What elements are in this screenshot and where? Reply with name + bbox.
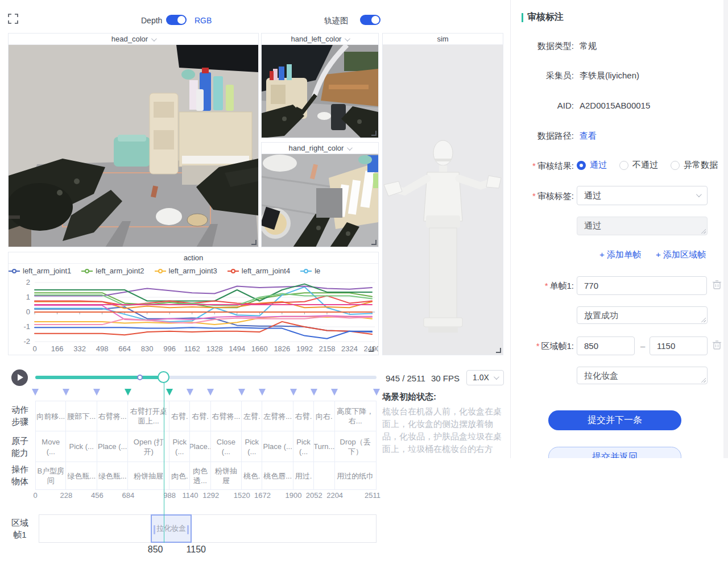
sim-header: sim bbox=[383, 34, 503, 45]
region-right-handle[interactable] bbox=[187, 525, 189, 534]
table-cell: 桃色唇... bbox=[262, 462, 293, 489]
delete-region-frame-icon[interactable] bbox=[712, 340, 722, 350]
depth-rgb-toggle[interactable] bbox=[166, 15, 187, 25]
segment-boundary-marker[interactable] bbox=[331, 389, 338, 396]
svg-text:1826: 1826 bbox=[274, 344, 290, 353]
review-tag-note-textarea[interactable]: 通过 bbox=[577, 217, 708, 235]
required-star: * bbox=[536, 341, 540, 351]
resize-grip-icon[interactable] bbox=[701, 317, 706, 322]
radio-option-abnormal[interactable]: 异常数据 bbox=[671, 160, 718, 171]
segment-boundary-marker[interactable] bbox=[207, 389, 214, 396]
chevron-down-icon bbox=[696, 192, 702, 197]
region-frame-desc-text: 拉化妆盒 bbox=[584, 371, 618, 380]
axis-tick-label: 1292 bbox=[202, 491, 219, 500]
resize-handle-icon[interactable] bbox=[369, 347, 374, 352]
axis-tick-label: 1672 bbox=[254, 491, 271, 500]
resize-handle-icon[interactable] bbox=[371, 240, 377, 245]
radio-label-fail: 不通过 bbox=[632, 160, 658, 171]
chevron-down-icon bbox=[345, 36, 350, 41]
hand-left-camera-panel: hand_left_color bbox=[261, 33, 379, 138]
region-start-frame: 850 bbox=[148, 545, 163, 555]
legend-item[interactable]: left_arm_joint1 bbox=[9, 267, 71, 275]
action-chart-header: action bbox=[9, 252, 378, 264]
table-cell: Pick (... bbox=[169, 431, 190, 462]
legend-item[interactable]: le bbox=[300, 267, 320, 275]
svg-text:2324: 2324 bbox=[341, 344, 358, 353]
svg-text:166: 166 bbox=[51, 344, 64, 353]
segment-boundary-marker[interactable] bbox=[259, 389, 266, 396]
resize-handle-icon[interactable] bbox=[251, 240, 257, 245]
row-label-objects: 操作物体 bbox=[8, 463, 32, 487]
axis-tick-label: 1900 bbox=[286, 491, 302, 500]
frame-counter: 945 / 2511 bbox=[386, 373, 425, 383]
required-star: * bbox=[545, 281, 548, 290]
segment-boundary-marker[interactable] bbox=[373, 389, 380, 396]
radio-option-pass[interactable]: 通过 bbox=[577, 160, 607, 171]
segment-boundary-marker[interactable] bbox=[311, 389, 317, 396]
svg-text:664: 664 bbox=[118, 344, 131, 353]
submit-return-button[interactable]: 提交并返回 bbox=[548, 447, 681, 458]
table-cell: 用过. bbox=[293, 462, 314, 489]
review-annotation-panel: 审核标注 数据类型: 常规 采集员: 李轶晨(liyichen) AID: A2… bbox=[510, 0, 728, 458]
timeline-slider-handle[interactable] bbox=[158, 371, 169, 383]
play-button[interactable] bbox=[11, 369, 28, 386]
playback-speed-select[interactable]: 1.0X bbox=[466, 370, 504, 385]
sim-title: sim bbox=[437, 35, 448, 43]
segment-boundary-marker[interactable] bbox=[32, 389, 39, 396]
table-cell: 右臂. bbox=[190, 401, 210, 431]
hand-right-camera-scene bbox=[262, 154, 378, 247]
segment-boundary-marker[interactable] bbox=[93, 389, 100, 396]
radio-unselected-icon bbox=[619, 161, 628, 170]
segment-boundary-marker[interactable] bbox=[238, 389, 245, 396]
resize-handle-icon[interactable] bbox=[371, 131, 377, 136]
segment-boundary-marker[interactable] bbox=[125, 389, 131, 396]
radio-option-fail[interactable]: 不通过 bbox=[619, 160, 658, 171]
resize-handle-icon[interactable] bbox=[496, 348, 501, 353]
head-camera-title: head_color bbox=[111, 35, 148, 43]
resize-grip-icon[interactable] bbox=[701, 228, 706, 234]
region-left-handle[interactable] bbox=[154, 525, 155, 534]
review-tag-select[interactable]: 通过 bbox=[577, 186, 708, 205]
region-frame-track[interactable] bbox=[39, 514, 377, 543]
legend-item[interactable]: left_arm_joint4 bbox=[228, 267, 290, 275]
aid-label: AID: bbox=[511, 101, 574, 110]
single-frame-desc-textarea[interactable]: 放置成功 bbox=[577, 306, 708, 324]
legend-item[interactable]: left_arm_joint2 bbox=[81, 267, 144, 275]
fullscreen-icon[interactable] bbox=[8, 14, 18, 24]
delete-single-frame-icon[interactable] bbox=[712, 280, 722, 290]
segment-boundary-marker[interactable] bbox=[166, 389, 173, 396]
segment-boundary-marker[interactable] bbox=[290, 389, 297, 396]
region-frame-desc-textarea[interactable]: 拉化妆盒 bbox=[577, 367, 708, 384]
single-frame-input[interactable]: 770 bbox=[577, 276, 707, 295]
submit-next-button[interactable]: 提交并下一条 bbox=[548, 410, 681, 430]
hand-right-camera-header[interactable]: hand_right_color bbox=[262, 143, 378, 154]
review-result-label: *审核结果: bbox=[511, 161, 574, 172]
segment-boundary-marker[interactable] bbox=[63, 389, 69, 396]
collector-label: 采集员: bbox=[511, 70, 574, 81]
head-camera-header[interactable]: head_color bbox=[9, 34, 258, 45]
table-cell: 右臂将... bbox=[97, 401, 128, 431]
hand-left-camera-header[interactable]: hand_left_color bbox=[262, 34, 378, 45]
action-steps-table: 向前移...腰部下...右臂将...右臂打开桌面上...右臂.右臂.右臂将...… bbox=[35, 401, 377, 490]
region-frame-segment[interactable]: 拉化妆盒 bbox=[151, 514, 192, 543]
data-path-label: 数据路径: bbox=[511, 131, 574, 142]
panel-scrollbar[interactable] bbox=[723, 0, 728, 458]
table-cell: 右臂. bbox=[293, 401, 314, 431]
axis-tick-label: 2204 bbox=[326, 491, 343, 500]
region-start-input[interactable]: 850 bbox=[577, 336, 635, 355]
segment-boundary-marker[interactable] bbox=[187, 389, 193, 396]
toggle-knob bbox=[177, 16, 185, 24]
trajectory-toggle[interactable] bbox=[360, 15, 380, 25]
radio-label-pass: 通过 bbox=[590, 160, 607, 171]
svg-text:830: 830 bbox=[141, 344, 154, 353]
add-single-frame-link[interactable]: + 添加单帧 bbox=[599, 250, 641, 260]
legend-item[interactable]: left_arm_joint3 bbox=[155, 267, 217, 275]
single-frame-marker-dot[interactable] bbox=[137, 375, 143, 380]
region-end-input[interactable]: 1150 bbox=[650, 336, 708, 355]
data-path-view-link[interactable]: 查看 bbox=[580, 131, 597, 142]
table-cell: 左臂将... bbox=[262, 401, 293, 431]
add-region-frame-link[interactable]: + 添加区域帧 bbox=[656, 250, 706, 260]
svg-text:1494: 1494 bbox=[229, 344, 245, 353]
resize-grip-icon[interactable] bbox=[701, 377, 706, 383]
radio-selected-icon bbox=[577, 161, 586, 170]
